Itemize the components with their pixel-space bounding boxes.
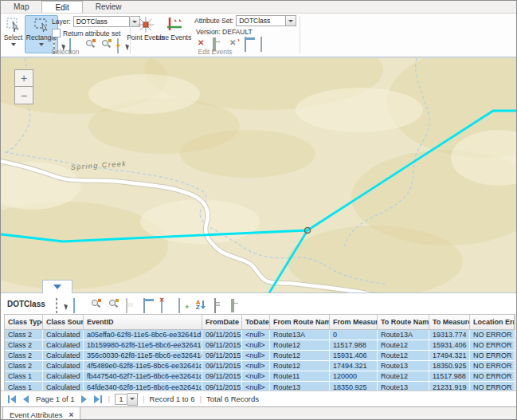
table-cell: 11517.988	[429, 371, 470, 381]
table-cell: 1b159980-62f8-11e5-8bc6-ee32641d5ec9	[84, 340, 202, 350]
column-header[interactable]: FromDate	[202, 315, 242, 329]
group-separator	[300, 16, 300, 53]
ribbon: Select Rectangle Layer: DOTClass	[1, 14, 516, 57]
table-cell: Class 2	[5, 351, 43, 360]
table-cell: <null>	[242, 351, 270, 360]
table-cell: 15931.406	[330, 351, 378, 360]
table-cell: 0	[330, 330, 378, 340]
column-header[interactable]: EventID	[84, 315, 202, 329]
column-header[interactable]: From Route Name	[270, 315, 330, 329]
chevron-down-icon	[39, 43, 44, 46]
table-cell: 09/11/2015	[202, 361, 242, 371]
zoom-out-button[interactable]: −	[14, 87, 33, 104]
dropdown-arrow-icon[interactable]	[127, 393, 138, 406]
table-row[interactable]: Class 2Calculated4f5489e0-62f8-11e5-8bc6…	[5, 361, 515, 371]
column-header[interactable]: Class Source	[43, 315, 84, 329]
map-view[interactable]: Spring Creek + −	[1, 58, 517, 292]
close-icon[interactable]: ×	[69, 410, 74, 419]
table-cell: 19313.774	[429, 330, 470, 340]
table-cell: a05effa0-62f8-11e5-8bc6-ee32641d5ec9	[84, 330, 202, 340]
layer-label: Layer:	[52, 18, 71, 26]
sort-icon[interactable]	[196, 299, 206, 309]
table-cell: 11517.988	[330, 340, 378, 350]
table-cell: <null>	[242, 340, 270, 350]
select-cursor-icon	[5, 16, 22, 33]
separator: |	[200, 394, 202, 403]
table-cell: Route13A	[378, 330, 429, 340]
table-cell: Route12	[270, 340, 330, 350]
column-header[interactable]: Location Error	[470, 315, 515, 329]
panel-collapse-tab[interactable]	[42, 280, 72, 293]
first-page-icon[interactable]	[7, 395, 17, 403]
selection-group: Select Rectangle Layer: DOTClass	[1, 14, 130, 57]
merge-event-icon[interactable]: ›	[229, 37, 239, 48]
select-tool-icon[interactable]	[56, 298, 57, 313]
table-cell: 17494.321	[429, 351, 470, 360]
version-text: Version: DEFAULT	[196, 28, 253, 36]
dropdown-arrow-icon[interactable]	[285, 16, 296, 26]
table-cell: NO ERROR	[470, 330, 515, 340]
delete-event-icon[interactable]	[197, 37, 207, 48]
zoom-to-selected-icon[interactable]	[91, 299, 101, 309]
column-header[interactable]: ToDate	[242, 315, 270, 329]
record-range-text: Record 1 to 6	[150, 394, 195, 403]
previous-page-icon[interactable]	[22, 395, 31, 403]
table-cell: Route11	[270, 371, 330, 381]
table-cell: Calculated	[43, 371, 84, 381]
fit-width-icon[interactable]	[231, 299, 234, 312]
page-number-dropdown[interactable]: 1	[115, 393, 138, 406]
return-attribute-set-label: Return attribute set	[63, 29, 120, 37]
add-record-icon[interactable]: ＋	[178, 299, 189, 309]
select-button-label: Select	[4, 34, 23, 41]
chevron-down-icon	[11, 43, 16, 46]
table-cell: Class 2	[5, 340, 43, 350]
attribute-set-dropdown[interactable]: DOTClass	[236, 15, 296, 26]
pagination-bar: Page 1 of 1 | 1 | Record 1 to 6 | Total …	[1, 391, 517, 406]
tab-event-attributes[interactable]: Event Attributes ×	[2, 407, 80, 420]
switch-selection-icon[interactable]	[143, 298, 145, 313]
attribute-table: Class TypeClass SourceEventIDFromDateToD…	[4, 314, 515, 393]
last-page-icon[interactable]	[94, 395, 104, 403]
table-cell: Class 2	[5, 361, 43, 371]
table-cell: fb447540-62f7-11e5-8bc6-ee32641d5ec9	[84, 371, 202, 381]
column-header[interactable]: Class Type	[5, 315, 43, 329]
table-row[interactable]: Class 2Calculated1b159980-62f8-11e5-8bc6…	[5, 340, 515, 351]
identify-icon[interactable]	[214, 298, 216, 313]
table-cell: <null>	[242, 371, 270, 381]
save-icon[interactable]	[126, 298, 127, 313]
map-zoom-control: + −	[14, 69, 33, 104]
table-cell: NO ERROR	[470, 351, 515, 360]
return-attribute-set-checkbox[interactable]	[52, 29, 61, 37]
table-cell: 15931.406	[429, 340, 470, 350]
column-header[interactable]: From Measure	[330, 315, 378, 329]
table-cell: 09/11/2015	[202, 330, 242, 340]
table-cell: Calculated	[43, 340, 84, 350]
zoom-in-button[interactable]: +	[14, 69, 33, 87]
pan-to-selected-icon[interactable]	[108, 299, 119, 309]
return-attribute-set-field: Return attribute set	[52, 29, 120, 37]
table-row[interactable]: Class 1Calculatedfb447540-62f7-11e5-8bc6…	[5, 371, 515, 382]
separator: |	[108, 394, 110, 403]
menu-rows-icon[interactable]	[73, 298, 75, 313]
tab-review[interactable]: Review	[83, 1, 135, 13]
column-header[interactable]: To Route Name	[378, 315, 429, 329]
map-canvas: Spring Creek	[1, 58, 517, 292]
table-row[interactable]: Class 2Calculateda05effa0-62f8-11e5-8bc6…	[5, 330, 515, 340]
clear-selection-icon[interactable]: ✕	[161, 299, 171, 309]
table-cell: Class 2	[5, 330, 43, 340]
tab-map[interactable]: Map	[1, 1, 41, 13]
table-cell: Route12	[378, 371, 429, 381]
table-cell: Route13	[378, 361, 429, 371]
table-cell: 4f5489e0-62f8-11e5-8bc6-ee32641d5ec9	[84, 361, 202, 371]
rectangle-select-icon	[33, 16, 50, 33]
table-row[interactable]: Class 2Calculated356c0030-62f8-11e5-8bc6…	[5, 351, 515, 361]
table-cell: <null>	[242, 330, 270, 340]
tab-edit[interactable]: Edit	[41, 1, 82, 13]
edit-events-group: Point Events Line Events Attribute Set: …	[131, 14, 300, 57]
table-cell: 18350.925	[429, 361, 470, 371]
column-header[interactable]: To Measure	[429, 315, 470, 329]
table-cell: 17494.321	[330, 361, 378, 371]
table-cell: 09/11/2015	[202, 340, 242, 350]
next-page-icon[interactable]	[80, 395, 89, 403]
table-cell: Route12	[378, 340, 429, 350]
